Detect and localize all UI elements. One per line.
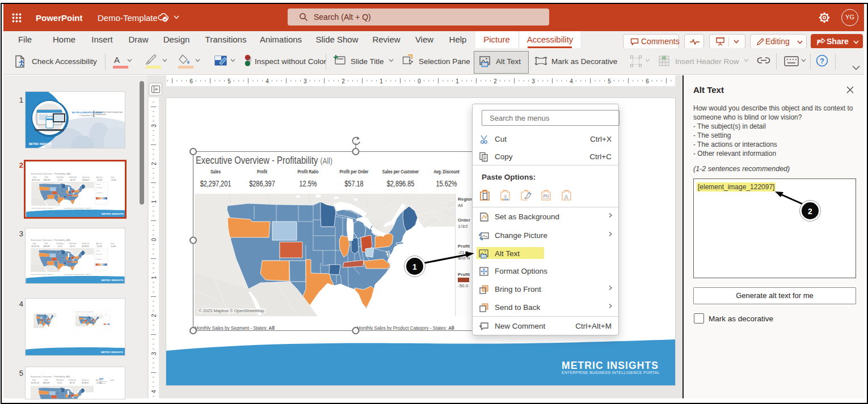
svg-text:1: 1 [151,200,157,203]
svg-text:$286,397: $286,397 [44,179,50,181]
svg-text:$2,297,201: $2,297,201 [32,179,40,181]
svg-text:Follow-up: Follow-up [99,382,106,384]
svg-text:Sales: Sales [33,176,37,178]
svg-text:— In September 2023: — In September 2023 [78,114,95,117]
svg-text:3: 3 [151,352,157,355]
svg-text:Sales: Sales [32,379,36,381]
svg-text:4: 4 [151,390,157,393]
svg-text:3: 3 [532,78,535,84]
svg-text:Profit: Profit [81,313,84,314]
svg-text:Monthly Sales by Segment - Sta: Monthly Sales by Segment - States: All [31,274,55,275]
svg-text:Monthly Sales by Product Categ: Monthly Sales by Product Category - Stat… [64,274,92,275]
svg-text:Avg. Disc: Avg. Disc [96,176,103,178]
svg-text:Profit: Profit [45,243,48,245]
svg-text:12.5%: 12.5% [58,245,62,248]
svg-text:Executive Overview - Profitabi: Executive Overview - Profitability (All) [31,375,70,378]
svg-text:Ratio: Ratio [86,313,89,314]
svg-text:Profitable?: Profitable? [96,192,103,193]
svg-text:25,035: 25,035 [111,179,116,181]
svg-text:ENTERPRISE BUSINESS INTELLIGEN: ENTERPRISE BUSINESS INTELLIGENCE PORTAL [562,371,660,375]
svg-text:25,035: 25,035 [111,245,116,248]
svg-text:METRIC INSIGHTS: METRIC INSIGHTS [101,351,123,354]
svg-text:Count: Count [111,176,115,178]
svg-text:Profit/Order: Profit/Order [69,379,77,381]
svg-text:4: 4 [570,78,573,84]
svg-text:5: 5 [608,78,611,84]
svg-text:Executive Overview - Profitabi: Executive Overview - Profitability (All) [31,172,71,175]
svg-text:4: 4 [266,78,269,84]
svg-text:Executive Overview - Profitabi: Executive Overview - Profitability (All) [31,239,71,241]
svg-text:Disc: Disc [100,313,103,314]
svg-text:METRIC INSIGHTS: METRIC INSIGHTS [29,143,52,146]
svg-text:6: 6 [189,78,193,84]
svg-text:5: 5 [227,78,231,84]
svg-text:3: 3 [151,124,157,127]
svg-text:Profitable?: Profitable? [96,258,103,260]
svg-text:meeting results: meeting results [95,113,107,116]
svg-text:Sales/Cust: Sales/Cust [82,176,90,178]
svg-text:2: 2 [494,78,497,84]
svg-text:Profit Ratio: Profit Ratio [56,379,64,381]
svg-text:Region: Region [96,184,101,185]
svg-text:Order Date: Order Date [96,253,103,254]
svg-text:Profit/Order: Profit/Order [69,176,77,178]
svg-text:METRIC INSIGHTS: METRIC INSIGHTS [562,360,659,371]
svg-text:12.5%: 12.5% [58,179,62,181]
svg-text:6: 6 [646,78,649,84]
svg-text:15.62%: 15.62% [97,179,103,181]
svg-text:2: 2 [151,314,157,317]
svg-text:$2,297,201: $2,297,201 [31,382,39,384]
svg-text:2: 2 [151,162,157,165]
svg-text:?: ? [820,57,824,65]
svg-text:$57.18: $57.18 [70,179,75,181]
svg-text:METRIC INSIGHTS: METRIC INSIGHTS [102,212,124,215]
svg-text:Region: Region [96,250,101,251]
svg-text:$2,896.85: $2,896.85 [82,179,90,181]
svg-text:2: 2 [342,78,345,84]
svg-text:Profit Ratio: Profit Ratio [57,176,64,178]
svg-text:Order Date: Order Date [96,187,103,188]
svg-text:3: 3 [304,78,307,84]
svg-text:Profit/Order: Profit/Order [69,243,77,245]
svg-text:15.62%: 15.62% [97,245,103,248]
svg-text:$2,896.85: $2,896.85 [82,245,90,248]
svg-text:Executive Overview - Profitabi: Executive Overview - Profitability [75,311,94,312]
svg-text:$57.18: $57.18 [70,382,75,384]
svg-text:$286,397: $286,397 [43,382,50,384]
svg-text:Profit: Profit [45,176,48,178]
svg-text:1: 1 [380,78,383,84]
svg-text:Monthly Sales by Segment - Sta: Monthly Sales by Segment - States: All [31,207,55,209]
svg-text:12.5%: 12.5% [57,382,62,384]
svg-text:$286,397: $286,397 [44,245,50,248]
svg-text:Count: Count [110,379,114,381]
svg-text:Sales: Sales [33,243,37,245]
svg-text:Monthly Sales by Product Categ: Monthly Sales by Product Category - Stat… [64,207,92,209]
svg-text:a: a [504,193,507,199]
svg-text:Profit Ratio: Profit Ratio [57,243,64,245]
svg-text:Sales: Sales [76,313,79,314]
svg-text:Sales/Cust: Sales/Cust [82,379,89,381]
svg-text:Avg. Disc: Avg. Disc [96,243,103,245]
svg-text:NEW: NEW [99,378,103,380]
svg-text:A: A [564,194,569,201]
svg-text:Count: Count [111,243,115,245]
svg-text:0: 0 [151,238,157,241]
svg-text:1: 1 [456,78,459,84]
svg-text:Sales/Cust: Sales/Cust [82,243,90,245]
svg-text:$57.18: $57.18 [70,245,75,248]
svg-text:METRIC INSIGHTS: METRIC INSIGHTS [102,279,124,282]
svg-text:$2,297,201: $2,297,201 [32,245,40,248]
svg-text:Profit: Profit [44,379,48,381]
svg-text:0: 0 [418,78,421,84]
svg-text:$2,896.85: $2,896.85 [82,382,89,384]
svg-text:1: 1 [151,276,157,279]
